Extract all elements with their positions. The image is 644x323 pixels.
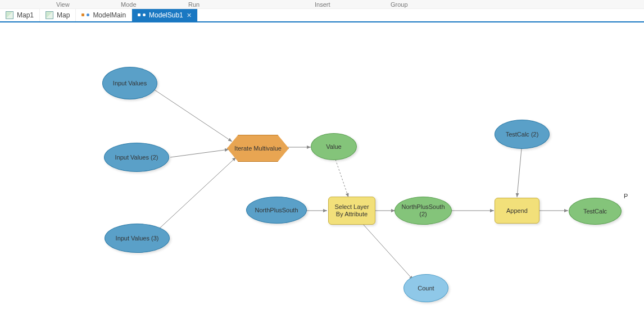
svg-line-9 [517, 149, 521, 197]
node-input-values[interactable]: Input Values [102, 67, 157, 99]
node-label: Input Values [113, 80, 147, 87]
model-icon [81, 11, 89, 19]
menu-run[interactable]: Run [188, 1, 199, 8]
tab-label: ModelSub1 [149, 11, 183, 19]
node-northplussouth[interactable]: NorthPlusSouth [246, 197, 307, 224]
svg-line-4 [335, 160, 348, 197]
node-label: Append [506, 207, 528, 215]
parameter-flag: P [624, 193, 628, 199]
tab-label: Map [57, 11, 70, 19]
node-label: Input Values (2) [115, 154, 158, 161]
node-count[interactable]: Count [403, 274, 448, 302]
node-append[interactable]: Append [495, 198, 539, 224]
node-northplussouth-2[interactable]: NorthPlusSouth (2) [394, 197, 452, 225]
model-icon [138, 11, 146, 19]
svg-line-0 [155, 90, 232, 142]
svg-line-7 [362, 224, 413, 280]
menu-group[interactable]: Group [391, 1, 408, 8]
node-label: NorthPlusSouth [255, 207, 298, 214]
node-value[interactable]: Value [311, 133, 357, 160]
menu-view[interactable]: View [56, 1, 70, 8]
model-canvas[interactable]: Input Values Input Values (2) Input Valu… [0, 22, 644, 323]
tab-label: Map1 [17, 11, 34, 19]
menu-bar: View Mode Run Insert Group [0, 0, 644, 9]
menu-insert[interactable]: Insert [315, 1, 330, 8]
svg-line-1 [170, 149, 229, 157]
node-label: NorthPlusSouth (2) [397, 203, 449, 217]
map-icon [6, 11, 13, 19]
node-testcalc[interactable]: TestCalc [569, 198, 622, 225]
menu-mode[interactable]: Mode [121, 1, 137, 8]
node-label: Input Values (3) [116, 235, 159, 242]
tab-bar: Map1 Map ModelMain ModelSub1 ✕ [0, 9, 644, 22]
connectors [0, 22, 644, 323]
node-label: TestCalc (2) [506, 131, 539, 138]
svg-line-2 [157, 157, 236, 230]
node-label: TestCalc [583, 208, 607, 215]
node-label: Iterate Multivalue [234, 145, 282, 152]
tab-map[interactable]: Map [40, 9, 76, 21]
node-label: Value [326, 143, 341, 151]
node-label: Select Layer By Attribute [331, 203, 373, 217]
node-input-values-3[interactable]: Input Values (3) [105, 224, 170, 253]
map-icon [46, 11, 53, 19]
tab-modelmain[interactable]: ModelMain [76, 9, 132, 21]
node-iterate-multivalue[interactable]: Iterate Multivalue [227, 135, 289, 162]
node-testcalc-2[interactable]: TestCalc (2) [495, 120, 550, 149]
node-select-layer-by-attribute[interactable]: Select Layer By Attribute [328, 197, 375, 225]
tab-modelsub1[interactable]: ModelSub1 ✕ [132, 9, 198, 21]
node-label: Count [418, 285, 434, 292]
close-icon[interactable]: ✕ [187, 12, 192, 19]
tab-label: ModelMain [93, 11, 126, 19]
tab-map1[interactable]: Map1 [0, 9, 40, 21]
node-input-values-2[interactable]: Input Values (2) [104, 143, 169, 172]
